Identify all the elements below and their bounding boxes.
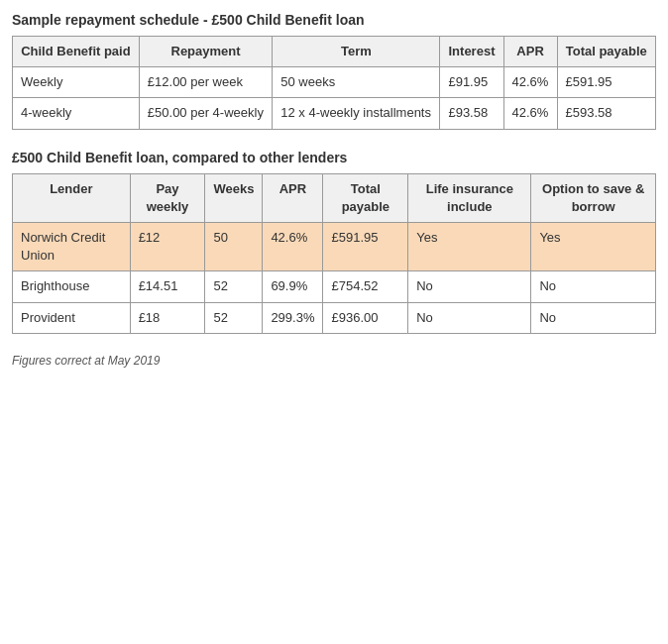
col-header-term: Term: [273, 37, 440, 67]
col2-header-weeks: Weeks: [205, 173, 263, 222]
table-cell: No: [531, 271, 656, 302]
table-row: Weekly£12.00 per week50 weeks£91.9542.6%…: [13, 67, 656, 98]
table-row: 4-weekly£50.00 per 4-weekly12 x 4-weekly…: [13, 98, 656, 129]
table-cell: 4-weekly: [13, 98, 140, 129]
table-cell: 50 weeks: [273, 67, 440, 98]
col2-header-lender: Lender: [13, 173, 131, 222]
table-cell: Brighthouse: [13, 271, 131, 302]
table-cell: No: [531, 302, 656, 333]
table-cell: £91.95: [440, 67, 503, 98]
lender-comparison-table: Lender Pay weekly Weeks APR Total payabl…: [12, 173, 656, 334]
table-cell: 299.3%: [263, 302, 323, 333]
table-cell: No: [408, 271, 531, 302]
table-row: Provident£1852299.3%£936.00NoNo: [13, 302, 656, 333]
table1-title: Sample repayment schedule - £500 Child B…: [12, 12, 656, 28]
col-header-child-benefit-paid: Child Benefit paid: [13, 37, 140, 67]
table-cell: 50: [205, 222, 263, 270]
table-cell: 42.6%: [503, 67, 557, 98]
table-cell: £591.95: [557, 67, 655, 98]
col-header-apr: APR: [503, 37, 557, 67]
table2-title: £500 Child Benefit loan, compared to oth…: [12, 150, 656, 165]
table-cell: Yes: [531, 222, 656, 270]
table-cell: £14.51: [130, 271, 205, 302]
table-cell: Yes: [408, 222, 531, 270]
table-cell: Weekly: [13, 67, 140, 98]
table-cell: £18: [130, 302, 205, 333]
table-cell: 52: [205, 302, 263, 333]
col2-header-apr: APR: [263, 173, 323, 222]
table-cell: £50.00 per 4-weekly: [139, 98, 272, 129]
table-cell: 12 x 4-weekly installments: [273, 98, 440, 129]
table-cell: £12.00 per week: [139, 67, 272, 98]
table-cell: 42.6%: [263, 222, 323, 270]
col2-header-option-save-borrow: Option to save & borrow: [531, 173, 656, 222]
table-cell: £936.00: [323, 302, 408, 333]
table-row: Brighthouse£14.515269.9%£754.52NoNo: [13, 271, 656, 302]
table-cell: 69.9%: [263, 271, 323, 302]
table-row: Norwich Credit Union£125042.6%£591.95Yes…: [13, 222, 656, 270]
table-cell: £591.95: [323, 222, 408, 270]
col2-header-pay-weekly: Pay weekly: [130, 173, 205, 222]
col2-header-life-insurance: Life insurance include: [408, 173, 531, 222]
table-cell: Provident: [13, 302, 131, 333]
table-cell: No: [408, 302, 531, 333]
footnote: Figures correct at May 2019: [12, 354, 656, 368]
table-cell: Norwich Credit Union: [13, 222, 131, 270]
col-header-total-payable: Total payable: [557, 37, 655, 67]
repayment-schedule-table: Child Benefit paid Repayment Term Intere…: [12, 36, 656, 130]
col-header-interest: Interest: [440, 37, 503, 67]
table-cell: 42.6%: [503, 98, 557, 129]
table-cell: 52: [205, 271, 263, 302]
table-cell: £12: [130, 222, 205, 270]
table-cell: £754.52: [323, 271, 408, 302]
col2-header-total-payable: Total payable: [323, 173, 408, 222]
table-cell: £593.58: [557, 98, 655, 129]
col-header-repayment: Repayment: [139, 37, 272, 67]
table-cell: £93.58: [440, 98, 503, 129]
